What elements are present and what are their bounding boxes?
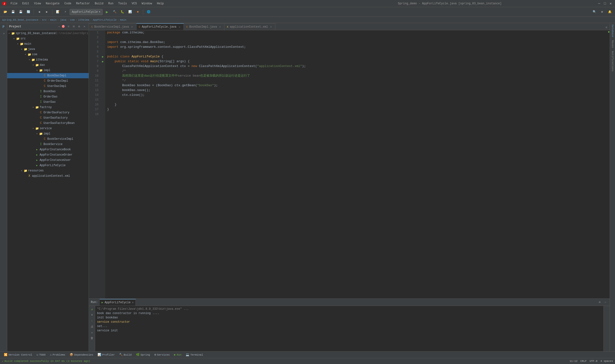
bottom-btn-problems[interactable]: ⚠ Problems [48,352,67,358]
tree-src[interactable]: ▾ 📁 src [7,36,89,41]
breadcrumb-src[interactable]: src [42,18,47,21]
tree-resources[interactable]: ▾ 📁 resources [7,168,89,173]
notifications-button[interactable]: 🔔 [606,9,613,15]
breadcrumb-main[interactable]: main [50,18,56,21]
maximize-button[interactable]: □ [602,1,607,6]
clear-button[interactable]: 🗑 [90,336,94,340]
cursor-position[interactable]: 11:12 [570,360,577,363]
tree-bookserviceimpl[interactable]: C BookServiceImpl [7,136,89,142]
tree-orderdaoimpl[interactable]: C OrderDaoImpl [7,78,89,84]
tree-userdaofactorybean[interactable]: C UserDaoFactoryBean [7,120,89,126]
menu-refactor[interactable]: Refactor [74,1,92,6]
run-arrow-7[interactable]: ▶ [100,59,105,64]
soft-wrap-button[interactable]: ↵ [90,330,94,335]
breadcrumb-method[interactable]: main [120,18,126,21]
menu-edit[interactable]: Edit [20,1,31,6]
menu-window[interactable]: Window [140,1,154,6]
minimize-button[interactable]: ─ [597,1,602,6]
breadcrumb-itheima[interactable]: itheima [78,18,89,21]
hide-panel-button[interactable]: ✕ [82,24,87,29]
notifications-label[interactable]: Notifications [610,50,615,73]
expand-all-button[interactable]: ≡ [66,24,71,29]
run-button[interactable]: ▶ [104,9,110,15]
restart-button[interactable]: ↺ [90,307,94,312]
breadcrumb-class[interactable]: AppForLifeCycle [93,18,117,21]
scroll-end-button[interactable]: ↓ [90,318,94,323]
sidebar-project-icon[interactable]: P [1,24,6,30]
tree-appforinstancebook[interactable]: ▶ AppForInstanceBook [7,147,89,152]
tree-bookservice[interactable]: I BookService [7,142,89,147]
sidebar-structure-icon[interactable]: S [1,31,6,37]
build-button[interactable]: 🔨 [111,9,118,15]
bottom-btn-dependencies[interactable]: 📦 Dependencies [68,352,95,358]
tab-close-appforlifecycle[interactable]: ✕ [178,25,181,28]
tree-bookdaoimpl[interactable]: C BookDaoImpl [7,73,89,78]
stop-button-console[interactable]: ■ [90,313,94,317]
tree-applicationcontext-xml[interactable]: X applicationContext.xml [7,173,89,179]
stop-button[interactable]: ■ [134,9,141,15]
menu-build[interactable]: Build [93,1,105,6]
tree-bookdao[interactable]: I BookDao [7,89,89,94]
tab-close-bookdaoimpl[interactable]: ✕ [218,25,222,28]
menu-vcs[interactable]: VCS [130,1,139,6]
tree-itheima[interactable]: ▾ 📁 itheima [7,57,89,63]
print-button[interactable]: 🖨 [90,324,94,329]
locate-file-button[interactable]: 🎯 [61,24,66,29]
breadcrumb-project[interactable]: spring_03_bean_instance [2,18,39,21]
tree-appforinstanceuser[interactable]: ▶ AppForInstanceUser [7,157,89,163]
tree-service[interactable]: ▾ 📁 service [7,126,89,131]
save-button[interactable]: 💾 [10,9,16,15]
profile-button[interactable]: ⚡ [62,9,69,15]
tree-appforlifecycle[interactable]: ▶ AppForLifeCycle [7,163,89,168]
panel-settings-button[interactable]: ⚙ [77,24,81,29]
bottom-btn-spring[interactable]: 🌿 Spring [134,352,152,358]
menu-navigate[interactable]: Navigate [44,1,62,6]
tree-com[interactable]: ▾ 📁 com [7,52,89,57]
menu-tools[interactable]: Tools [116,1,129,6]
tree-userdaofactory[interactable]: C UserDaoFactory [7,115,89,120]
forward-button[interactable]: ▶ [43,9,50,15]
run-arrow-6[interactable]: ▶ [100,54,105,59]
tree-orderdaofactory[interactable]: C OrderDaoFactory [7,110,89,115]
database-label[interactable]: Database [610,23,615,39]
bottom-btn-todo[interactable]: ☑ TODO [35,352,48,358]
breadcrumb-java[interactable]: java [60,18,66,21]
breadcrumb-com[interactable]: com [70,18,75,21]
open-file-button[interactable]: 📂 [2,9,9,15]
tab-bookserviceimpl[interactable]: C BookServiceImpl.java ✕ [89,23,136,30]
tab-appforlifecycle[interactable]: C AppForLifeCycle.java ✕ [136,23,184,30]
search-everywhere-button[interactable]: 🔍 [591,9,598,15]
run-settings-button[interactable]: ⚙ [597,300,602,305]
bottom-btn-terminal[interactable]: 💻 Terminal [184,352,205,358]
run-collapse-button[interactable]: ─ [603,300,608,305]
bottom-btn-versioncontrol[interactable]: 🔀 Version Control [2,352,34,358]
panel-dropdown-icon[interactable]: ▾ [58,25,60,28]
tree-orderdao[interactable]: I OrderDao [7,94,89,99]
code-content[interactable]: package com.itheima; import com.itheima.… [105,30,608,299]
tab-menu-button[interactable]: ≡ [604,25,609,30]
run-coverage-button[interactable]: 📊 [127,9,133,15]
bottom-btn-services[interactable]: ⚙ Services [152,352,172,358]
tree-appforinstanceorder[interactable]: ▶ AppForInstanceOrder [7,152,89,157]
tree-main[interactable]: ▾ 📁 main [7,41,89,47]
back-button[interactable]: ◀ [36,9,42,15]
line-ending[interactable]: CRLF [580,360,587,363]
debug-button[interactable]: 🐛 [119,9,126,15]
bottom-btn-profiler[interactable]: 📊 Profiler [96,352,117,358]
tree-root[interactable]: ▾ 📁 spring_03_bean_instance E:\review\le… [7,31,89,36]
tree-dao-impl[interactable]: ▾ 📁 impl [7,68,89,73]
tree-userdao[interactable]: I UserDao [7,99,89,105]
tree-java[interactable]: ▾ 📁 java [7,47,89,52]
bottom-btn-run[interactable]: ▶ Run [172,352,183,358]
tab-applicationcontext[interactable]: X applicationContext.xml ✕ [224,23,275,30]
encoding[interactable]: UTF-8 [589,360,598,363]
tree-service-impl[interactable]: ▾ 📁 impl [7,131,89,136]
bottom-btn-build[interactable]: 🔨 Build [117,352,134,358]
edit-config-button[interactable]: 📝 [54,9,61,15]
tree-dao[interactable]: ▾ 📁 dao [7,63,89,68]
tab-close-applicationcontext[interactable]: ✕ [269,25,273,28]
settings-button[interactable]: ⚙ [599,9,605,15]
indent[interactable]: 4 spaces [600,360,613,363]
run-tab-appforlifecycle[interactable]: ▶ AppForLifeCycle ✕ [100,299,136,306]
menu-run[interactable]: Run [106,1,115,6]
